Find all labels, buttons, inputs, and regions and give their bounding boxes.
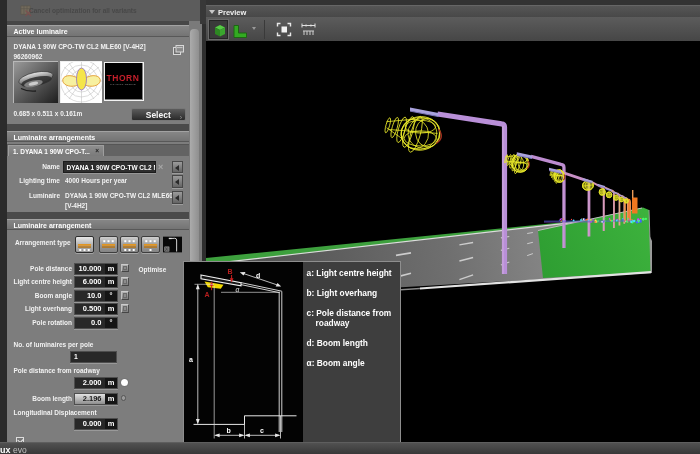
svg-text:d: d	[256, 272, 260, 279]
svg-text:A: A	[205, 291, 210, 298]
svg-text:α: α	[236, 286, 240, 293]
svg-text:a: a	[189, 356, 193, 363]
svg-text:b: b	[227, 427, 231, 434]
svg-text:c: c	[260, 427, 264, 434]
svg-text:B: B	[228, 268, 233, 275]
